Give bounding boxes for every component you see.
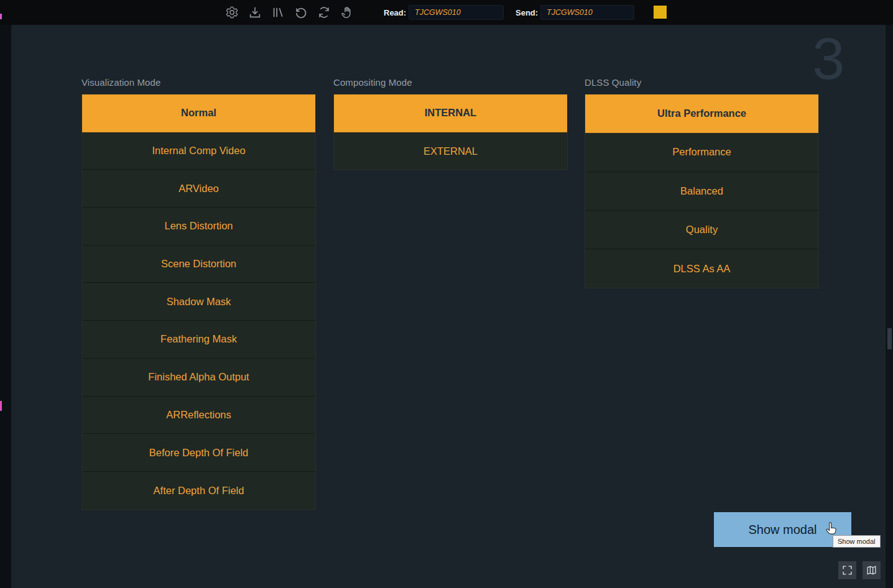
sync-icon[interactable] [317, 6, 331, 19]
option-performance[interactable]: Performance [585, 133, 818, 172]
download-icon[interactable] [248, 6, 262, 19]
gear-icon[interactable] [225, 6, 239, 19]
history-icon[interactable] [294, 6, 308, 19]
option-scene-distortion[interactable]: Scene Distortion [82, 246, 315, 283]
option-before-depth-of-field[interactable]: Before Depth Of Field [82, 434, 315, 472]
topbar: Read: Send: [0, 0, 893, 25]
page: Read: Send: 3 Visualization Mode NormalI… [0, 0, 893, 588]
option-arreflections[interactable]: ARReflections [82, 397, 315, 434]
right-edge-strip [886, 25, 893, 588]
group-compositing-mode: Compositing Mode INTERNALEXTERNAL [333, 77, 568, 170]
option-dlss-as-aa[interactable]: DLSS As AA [585, 249, 818, 288]
option-internal-comp-video[interactable]: Internal Comp Video [82, 132, 315, 170]
option-internal[interactable]: INTERNAL [334, 94, 567, 132]
show-modal-button[interactable]: Show modal [714, 512, 851, 547]
option-arvideo[interactable]: ARVideo [82, 170, 315, 208]
fullscreen-icon [842, 565, 853, 576]
group-visualization-mode: Visualization Mode NormalInternal Comp V… [81, 77, 316, 510]
option-shadow-mask[interactable]: Shadow Mask [82, 283, 315, 321]
color-swatch[interactable] [654, 6, 667, 19]
option-external[interactable]: EXTERNAL [334, 132, 567, 170]
fullscreen-button[interactable] [838, 561, 856, 579]
send-input[interactable] [540, 5, 634, 20]
option-list: NormalInternal Comp VideoARVideoLens Dis… [81, 94, 316, 510]
map-icon [866, 565, 877, 576]
option-finished-alpha-output[interactable]: Finished Alpha Output [82, 359, 315, 397]
topbar-icon-strip [225, 0, 354, 25]
option-after-depth-of-field[interactable]: After Depth Of Field [82, 472, 315, 510]
option-ultra-performance[interactable]: Ultra Performance [585, 94, 818, 133]
option-list: INTERNALEXTERNAL [333, 94, 568, 170]
option-list: Ultra PerformancePerformanceBalancedQual… [585, 94, 819, 288]
read-input[interactable] [409, 5, 504, 20]
send-label: Send: [516, 8, 538, 17]
left-edge-artifact [0, 14, 2, 19]
option-feathering-mask[interactable]: Feathering Mask [82, 321, 315, 359]
left-edge-artifact [0, 401, 2, 411]
group-dlss-quality: DLSS Quality Ultra PerformancePerformanc… [585, 77, 819, 288]
option-lens-distortion[interactable]: Lens Distortion [82, 208, 315, 246]
pan-hand-icon[interactable] [340, 6, 354, 19]
scrollbar-thumb[interactable] [887, 328, 892, 349]
read-label: Read: [384, 8, 406, 17]
show-modal-tooltip: Show modal [833, 535, 881, 548]
library-icon[interactable] [271, 6, 285, 19]
group-label: Compositing Mode [333, 77, 568, 88]
option-balanced[interactable]: Balanced [585, 172, 818, 211]
group-label: Visualization Mode [81, 77, 316, 88]
map-button[interactable] [863, 561, 881, 579]
group-label: DLSS Quality [585, 77, 819, 88]
option-quality[interactable]: Quality [585, 211, 818, 249]
option-normal[interactable]: Normal [82, 94, 315, 132]
